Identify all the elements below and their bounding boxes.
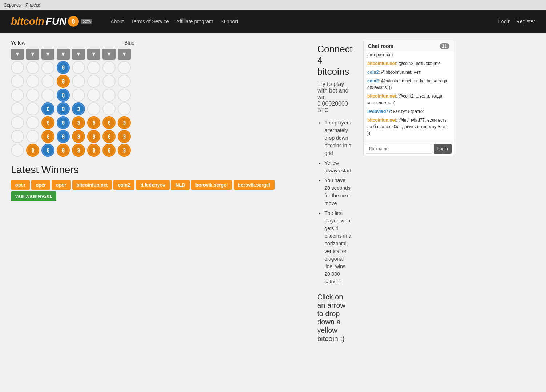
grid-cell — [102, 89, 116, 102]
grid-cell — [118, 61, 131, 74]
chat-title: Chat room — [368, 43, 393, 49]
grid-cell: ₿ — [57, 116, 70, 129]
chat-nickname-input[interactable] — [366, 144, 432, 154]
chat-text: : @neprosto100, авторизовал — [367, 52, 428, 57]
winner-tag: bitcoinfun.net — [72, 180, 112, 190]
grid-cell: ₿ — [57, 102, 70, 115]
grid-cell: ₿ — [41, 116, 54, 129]
grid-cell: ₿ — [57, 144, 70, 157]
grid-cell — [72, 61, 85, 74]
grid-cell — [72, 75, 85, 88]
grid-cell: ₿ — [118, 144, 131, 157]
winner-tag: d.fedenyov — [136, 180, 170, 190]
logo-fun: FUN — [46, 16, 67, 27]
grid-cell — [41, 89, 54, 102]
grid-cell — [26, 116, 39, 129]
grid-row: ₿ — [11, 89, 134, 102]
arrow-3[interactable]: ▼ — [41, 49, 54, 60]
chat-login-button[interactable]: Login — [434, 144, 452, 154]
chat-header: Chat room 11 — [364, 40, 454, 52]
grid-cell: ₿ — [87, 130, 100, 143]
grid-cell — [11, 116, 24, 129]
chat-message: bitcoinfun.net: @levinvlad77, если есть … — [367, 117, 450, 136]
winner-tag: borovik.sergei — [191, 180, 232, 190]
arrow-1[interactable]: ▼ — [11, 49, 24, 60]
nav-about[interactable]: About — [110, 19, 124, 24]
game-section: Yellow Blue ▼ ▼ ▼ ▼ ▼ ▼ ▼ ▼ ₿₿₿₿₿₿₿₿₿₿₿₿… — [11, 40, 306, 347]
grid-cell — [11, 61, 24, 74]
grid-cell — [102, 102, 116, 115]
grid-cell — [11, 102, 24, 115]
grid-cell: ₿ — [118, 130, 131, 143]
grid-cell: ₿ — [57, 75, 70, 88]
arrow-5[interactable]: ▼ — [72, 49, 85, 60]
grid-cell: ₿ — [26, 144, 39, 157]
logo-bitcoin: bitcoin — [11, 16, 44, 27]
grid-container: ▼ ▼ ▼ ▼ ▼ ▼ ▼ ▼ ₿₿₿₿₿₿₿₿₿₿₿₿₿₿₿₿₿₿₿₿₿₿₿₿… — [11, 49, 134, 157]
navbar: bitcoin FUN ₿ BETA About Terms of Servic… — [0, 10, 546, 33]
chat-sender[interactable]: bitcoinfun.net — [367, 61, 396, 66]
grid-arrows: ▼ ▼ ▼ ▼ ▼ ▼ ▼ ▼ — [11, 49, 134, 60]
chat-sender[interactable]: coin2 — [367, 70, 379, 75]
grid-row: ₿₿₿ — [11, 102, 134, 115]
game-info: Connect 4 bitcoins Try to play with bot … — [317, 40, 352, 347]
chat-messages: neprosto100: @bitcoinfun.net, там два с … — [364, 52, 454, 142]
arrow-2[interactable]: ▼ — [26, 49, 39, 60]
login-button[interactable]: Login — [498, 19, 511, 24]
nav-support[interactable]: Support — [221, 19, 238, 24]
beta-badge: BETA — [81, 19, 92, 24]
grid-cell — [72, 89, 85, 102]
grid-cell — [102, 75, 116, 88]
grid-cell: ₿ — [72, 116, 85, 129]
grid-cell — [102, 61, 116, 74]
register-button[interactable]: Register — [516, 19, 535, 24]
nav-terms[interactable]: Terms of Service — [131, 19, 169, 24]
grid-cell: ₿ — [118, 116, 131, 129]
grid-cell — [11, 89, 24, 102]
arrow-4[interactable]: ▼ — [57, 49, 70, 60]
grid-cell: ₿ — [57, 89, 70, 102]
grid-cell: ₿ — [57, 61, 70, 74]
label-yellow: Yellow — [11, 40, 25, 46]
nav-affiliate[interactable]: Affiliate program — [176, 19, 213, 24]
nav-right: Login Register — [498, 19, 535, 24]
chat-sender[interactable]: coin2 — [367, 78, 379, 83]
logo: bitcoin FUN ₿ BETA — [11, 16, 92, 27]
grid-cell: ₿ — [87, 144, 100, 157]
winner-tag: vasil.vasiliev201 — [11, 191, 56, 201]
grid-rows: ₿₿₿₿₿₿₿₿₿₿₿₿₿₿₿₿₿₿₿₿₿₿₿₿₿ — [11, 61, 134, 157]
chat-sender[interactable]: bitcoinfun.net — [367, 118, 396, 123]
chat-sender[interactable]: levinvlad77 — [367, 109, 391, 114]
grid-cell: ₿ — [57, 130, 70, 143]
chat-text: : @coin2, есть скайп? — [396, 61, 440, 66]
winner-tag: borovik.sergei — [234, 180, 275, 190]
grid-row: ₿ — [11, 61, 134, 74]
grid-cell: ₿ — [41, 102, 54, 115]
arrow-6[interactable]: ▼ — [87, 49, 100, 60]
rule-item: You have 20 seconds for the next move — [324, 177, 352, 207]
grid-cell — [26, 89, 39, 102]
game-cta: Click on an arrow to drop down a yellow … — [317, 293, 352, 343]
grid-cell — [11, 130, 24, 143]
grid-cell — [26, 130, 39, 143]
grid-cell — [26, 61, 39, 74]
chat-message: levinvlad77: как тут играть? — [367, 108, 450, 115]
grid-row: ₿ — [11, 75, 134, 88]
grid-row: ₿₿₿₿₿₿₿ — [11, 144, 134, 157]
arrow-8[interactable]: ▼ — [118, 49, 131, 60]
services-label: Сервисы — [4, 3, 22, 8]
chat-message: bitcoinfun.net: @neprosto100, авторизова… — [367, 52, 450, 58]
arrow-7[interactable]: ▼ — [102, 49, 116, 60]
rule-item: Yellow always start — [324, 159, 352, 175]
winners-list: operoperoperbitcoinfun.netcoin2d.fedenyo… — [11, 180, 306, 201]
grid-cell — [87, 89, 100, 102]
chat-sender[interactable]: bitcoinfun.net — [367, 94, 396, 99]
grid-cell — [118, 75, 131, 88]
grid-cell: ₿ — [72, 144, 85, 157]
chat-room: Chat room 11 neprosto100: @bitcoinfun.ne… — [363, 40, 454, 156]
winner-tag: oper — [52, 180, 70, 190]
winner-tag: oper — [31, 180, 50, 190]
grid-row: ₿₿₿₿₿₿ — [11, 130, 134, 143]
chat-text: : @bitcoinfun.net, но kashetsa roga ob3a… — [367, 78, 447, 90]
winners-section: Latest Winners operoperoperbitcoinfun.ne… — [11, 164, 306, 201]
